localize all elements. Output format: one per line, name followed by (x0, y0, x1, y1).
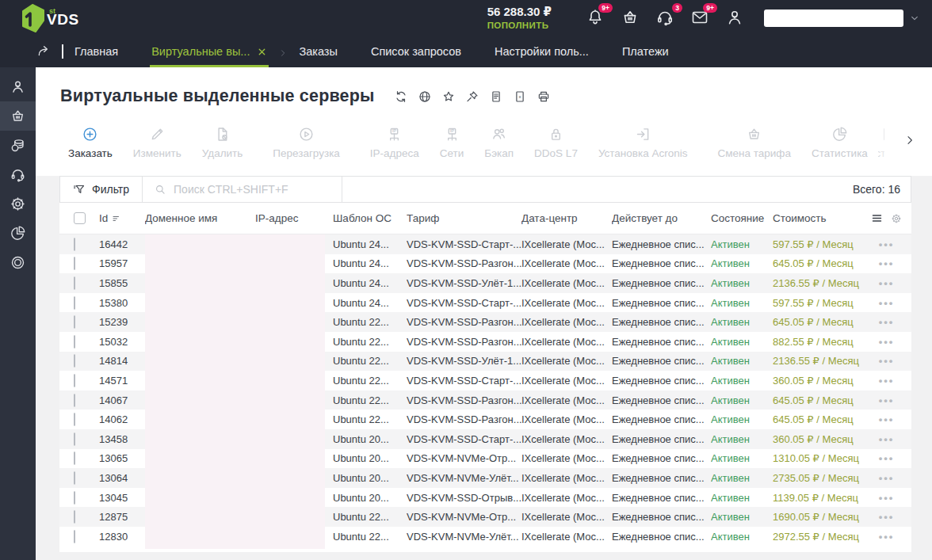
tab-payments[interactable]: Платежи (622, 36, 669, 67)
log-icon[interactable] (489, 90, 503, 104)
row-checkbox[interactable] (74, 296, 75, 310)
row-checkbox[interactable] (74, 432, 75, 446)
tab-home[interactable]: Главная (74, 36, 118, 67)
filter-button[interactable]: Фильтр (60, 177, 143, 202)
column-header-label[interactable]: Id (99, 212, 108, 224)
tab-vds[interactable]: Виртуальные вы... (151, 36, 267, 67)
reboot-button[interactable]: Перезагрузка (262, 121, 350, 167)
ddos-l7-button[interactable]: DDoS L7 (524, 121, 588, 167)
backup-button[interactable]: Бэкап (474, 121, 524, 167)
sidebar-item-settings[interactable] (0, 189, 36, 219)
column-header-6[interactable]: Действует до (612, 212, 711, 224)
row-actions-menu[interactable]: ••• (861, 512, 911, 522)
row-actions-menu[interactable]: ••• (861, 414, 911, 425)
row-actions-menu[interactable]: ••• (861, 317, 911, 327)
select-all-checkbox[interactable] (74, 212, 86, 224)
row-actions-menu[interactable]: ••• (861, 493, 911, 503)
row-checkbox[interactable] (74, 510, 75, 524)
row-actions-menu[interactable]: ••• (861, 258, 911, 269)
star-icon[interactable] (441, 90, 456, 104)
cell-os-template: Ubuntu 20... (333, 492, 407, 504)
row-checkbox[interactable] (74, 354, 75, 368)
row-actions-menu[interactable]: ••• (861, 356, 911, 366)
row-actions-menu[interactable]: ••• (861, 531, 911, 542)
toolbar-button-label: Смена тарифа (717, 147, 790, 159)
row-actions-menu[interactable]: ••• (861, 473, 911, 483)
column-header-8[interactable]: Стоимость (773, 212, 861, 224)
topup-button[interactable]: ПОПОЛНИТЬ (487, 20, 552, 31)
ip-addresses-button[interactable]: IPIP-адреса (360, 121, 430, 167)
row-actions-menu[interactable]: ••• (861, 298, 911, 308)
order-button[interactable]: Заказать (58, 121, 123, 167)
tab-user-settings[interactable]: Настройки поль... (495, 36, 589, 67)
forward-arrow-icon[interactable] (35, 44, 54, 59)
cell-valid-until: Ежедневное спис... (612, 257, 711, 269)
column-header-7[interactable]: Состояние (711, 212, 773, 224)
history-button[interactable]: ?История (878, 121, 884, 167)
row-actions-menu[interactable]: ••• (861, 239, 911, 250)
column-header-4[interactable]: Тариф (407, 212, 521, 224)
row-checkbox[interactable] (74, 335, 75, 349)
table-settings-gear-icon[interactable] (891, 213, 902, 224)
sidebar-item-support[interactable] (0, 160, 36, 189)
cell-datacenter: IXcellerate (Мос... (521, 375, 612, 387)
column-header-5[interactable]: Дата-центр (521, 212, 612, 224)
excel-icon[interactable]: x (513, 90, 527, 104)
row-checkbox[interactable] (74, 413, 75, 426)
sidebar-item-products[interactable] (0, 101, 36, 131)
column-header-2[interactable]: IP-адрес (255, 212, 333, 224)
cell-os-template: Ubuntu 22... (333, 394, 407, 406)
row-checkbox[interactable] (74, 394, 75, 407)
profile-button[interactable] (725, 8, 746, 29)
column-header-1[interactable]: Доменное имя (145, 212, 255, 224)
support-button[interactable]: 3 (655, 8, 676, 29)
toolbar-scroll-right-icon[interactable] (903, 134, 916, 147)
chevron-down-icon[interactable] (908, 12, 921, 25)
row-checkbox[interactable] (74, 491, 75, 505)
edit-button[interactable]: Изменить (123, 121, 192, 167)
row-actions-menu[interactable]: ••• (861, 278, 911, 288)
row-checkbox[interactable] (74, 451, 75, 465)
globe-icon[interactable] (418, 90, 432, 104)
delete-button[interactable]: Удалить (192, 121, 254, 167)
firstvds-logo[interactable]: st VDS (21, 2, 82, 34)
cell-datacenter: IXcellerate (Мос... (521, 238, 612, 250)
row-checkbox[interactable] (74, 374, 75, 387)
networks-button[interactable]: IPСети (430, 121, 475, 167)
change-tariff-button[interactable]: Смена тарифа (707, 121, 800, 167)
total-count: Всего: 16 (853, 183, 911, 196)
row-checkbox[interactable] (74, 276, 75, 290)
row-actions-menu[interactable]: ••• (861, 434, 911, 444)
sidebar-item-monitoring[interactable] (0, 248, 36, 277)
user-account-redacted[interactable] (764, 10, 903, 27)
cart-button[interactable] (621, 8, 641, 29)
row-checkbox[interactable] (74, 238, 75, 251)
printer-icon[interactable] (537, 90, 551, 104)
cell-cost: 645.05 ₽ / Месяц (773, 394, 861, 406)
row-actions-menu[interactable]: ••• (861, 453, 911, 463)
sidebar-item-finance[interactable] (0, 131, 36, 160)
notifications-button[interactable]: 9+ (586, 8, 606, 29)
sidebar-item-clients[interactable] (0, 72, 36, 101)
refresh-icon[interactable] (394, 90, 408, 104)
close-tab-icon[interactable] (257, 47, 267, 57)
search-input[interactable] (174, 183, 330, 196)
messages-button[interactable]: 9+ (690, 8, 711, 29)
row-actions-menu[interactable]: ••• (861, 395, 911, 406)
row-actions-menu[interactable]: ••• (861, 337, 911, 347)
column-header-3[interactable]: Шаблон ОС (333, 212, 407, 224)
tab-requests[interactable]: Список запросов (371, 36, 461, 67)
row-checkbox[interactable] (74, 530, 75, 543)
account-balance: 56 288.30 ₽ (487, 5, 552, 20)
tab-label: Виртуальные вы... (151, 45, 250, 58)
tab-orders[interactable]: Заказы (299, 36, 337, 67)
row-actions-menu[interactable]: ••• (861, 375, 911, 386)
menu-icon[interactable] (871, 212, 883, 224)
row-checkbox[interactable] (74, 315, 75, 329)
row-checkbox[interactable] (74, 471, 75, 485)
row-checkbox[interactable] (74, 257, 75, 270)
pin-icon[interactable] (465, 90, 479, 104)
sidebar-item-statistics[interactable] (0, 219, 36, 248)
acronis-button[interactable]: Установка Acronis (588, 121, 698, 167)
statistics-button[interactable]: Статистика (801, 121, 878, 167)
